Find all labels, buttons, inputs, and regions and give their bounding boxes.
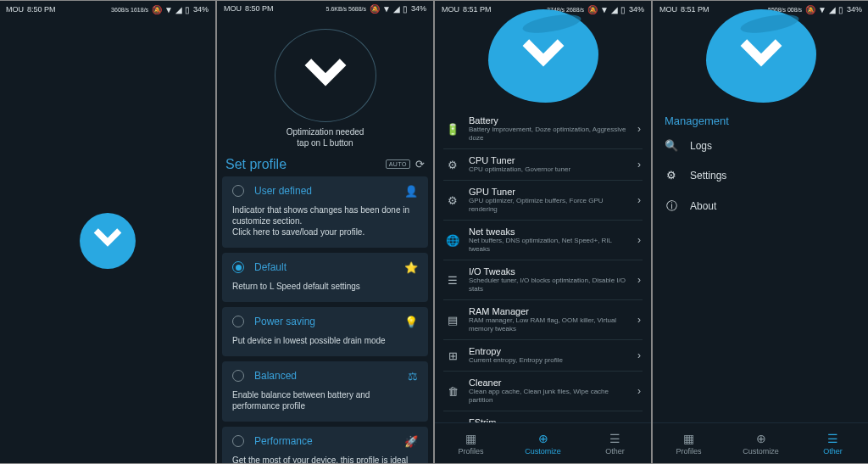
row-gpu-tuner[interactable]: ⚙ GPU Tuner GPU optimizer, Optimize buff… [443,181,643,221]
status-icons: 🔕▼◢▯ [152,5,190,14]
row-cleaner[interactable]: 🗑 Cleaner Clean app cache, Clean junk fi… [443,372,643,411]
refresh-icon[interactable]: ⟳ [415,158,425,171]
mgmt-about[interactable]: ⓘ About [661,190,860,222]
profile-desc: Put device in lowest possible drain mode [232,335,418,346]
management-title: Management [653,109,868,131]
row-subtitle: RAM manager, Low RAM flag, OOM killer, V… [469,316,629,333]
row-title: CPU Tuner [469,155,629,165]
section-title: Set profile [225,157,287,172]
mgmt-settings[interactable]: ⚙ Settings [661,160,860,190]
row-icon: ☰ [445,274,460,287]
battery-pct: 34% [193,5,209,14]
radio-icon[interactable] [232,370,244,382]
customize-list: 🔋 Battery Battery improvement, Doze opti… [435,109,651,422]
nav-other[interactable]: ☰Other [797,423,868,463]
profiles-icon: ▦ [683,432,694,445]
profile-type-icon: 💡 [404,316,418,328]
profile-card-performance[interactable]: Performance 🚀 Get the most of your devic… [222,427,428,463]
row-icon: ⚙ [445,159,460,171]
screen-splash: MOU 8:50 PM 3608/s 1618/s 🔕▼◢▯ 34% [0,1,215,463]
mgmt-logs[interactable]: 🔍 Logs [661,131,860,160]
row-title: Net tweaks [469,226,629,237]
mgmt-label: Settings [690,170,726,182]
mgmt-icon: ⚙ [665,169,678,182]
row-icon: 🌐 [445,234,460,247]
app-logo-blob [706,9,816,103]
app-logo-blob [488,9,598,103]
row-subtitle: Current entropy, Entropy profile [469,356,629,365]
chevron-right-icon: › [637,385,641,397]
bottom-nav: ▦Profiles ⊕Customize ☰Other [435,422,651,463]
chevron-right-icon: › [637,123,641,135]
status-day: MOU [6,5,24,14]
row-subtitle: Clean app cache, Clean junk files, Wipe … [469,388,629,405]
row-fstrim[interactable]: ⟐ FStrim Fstrim now, Fstrim scheduler › [443,411,643,422]
profile-card-power-saving[interactable]: Power saving 💡 Put device in lowest poss… [222,307,428,356]
profile-desc: Enable balance between battery and perfo… [232,389,418,411]
status-bar: MOU 8:50 PM 3608/s 1618/s 🔕▼◢▯ 34% [0,1,215,18]
row-subtitle: Scheduler tuner, I/O blocks optimization… [469,277,629,293]
radio-icon[interactable] [232,316,244,327]
row-net-tweaks[interactable]: 🌐 Net tweaks Net buffers, DNS optimizati… [443,221,643,260]
row-i/o-tweaks[interactable]: ☰ I/O Tweaks Scheduler tuner, I/O blocks… [443,260,643,300]
row-icon: 🔋 [445,123,460,136]
auto-badge[interactable]: AUTO [386,159,410,169]
profile-name: Default [254,261,287,273]
profile-desc: Return to L Speed default settings [232,281,418,292]
profile-name: User defined [254,185,312,197]
status-time: 8:50 PM [27,5,56,14]
status-bar: MOU 8:50 PM 5.6KB/s 5688/s 🔕▼◢▯ 34% [217,1,433,16]
chevron-right-icon: › [637,314,641,326]
row-title: Cleaner [469,377,629,388]
chevron-right-icon: › [637,194,641,206]
row-title: Battery [469,115,629,126]
row-subtitle: Battery improvement, Doze optimization, … [469,126,629,143]
row-title: I/O Tweaks [469,266,629,277]
profile-name: Balanced [254,370,297,382]
screen-other: MOU 8:51 PM 5508/s 008/s 🔕▼◢▯ 34% Manage… [653,1,868,463]
profile-card-default[interactable]: Default ⭐ Return to L Speed default sett… [222,253,428,302]
nav-profiles[interactable]: ▦Profiles [435,423,507,463]
row-title: Entropy [469,346,629,356]
row-ram-manager[interactable]: ▤ RAM Manager RAM manager, Low RAM flag,… [443,300,643,340]
profile-type-icon: ⚖ [408,370,418,383]
profile-card-user-defined[interactable]: User defined 👤 Indicator that shows chan… [222,176,428,248]
mgmt-label: About [690,200,716,212]
row-subtitle: Net buffers, DNS optimization, Net Speed… [469,237,629,254]
profile-type-icon: 👤 [404,185,418,198]
hero-text: Optimization needed tap on L button [217,126,433,148]
screen-customize: MOU 8:51 PM 2748/s 2688/s 🔕▼◢▯ 34% 🔋 Bat… [435,1,651,463]
nav-customize[interactable]: ⊕Customize [725,423,797,463]
app-logo [80,213,136,269]
customize-icon: ⊕ [538,432,548,445]
mgmt-icon: 🔍 [665,139,678,152]
mgmt-label: Logs [690,140,712,152]
nav-other[interactable]: ☰Other [579,423,651,463]
profile-card-balanced[interactable]: Balanced ⚖ Enable balance between batter… [222,361,428,422]
bottom-nav: ▦Profiles ⊕Customize ☰Other [653,422,868,463]
profile-name: Performance [254,435,313,447]
optimization-button[interactable] [275,29,376,121]
profile-type-icon: 🚀 [404,435,418,448]
radio-icon[interactable] [232,435,244,447]
chevron-right-icon: › [637,274,641,286]
profile-name: Power saving [254,316,315,327]
row-cpu-tuner[interactable]: ⚙ CPU Tuner CPU optimization, Governor t… [443,149,643,181]
nav-customize[interactable]: ⊕Customize [507,423,579,463]
radio-icon[interactable] [232,185,244,197]
nav-profiles[interactable]: ▦Profiles [653,423,725,463]
row-subtitle: CPU optimization, Governor tuner [469,165,629,174]
row-entropy[interactable]: ⊞ Entropy Current entropy, Entropy profi… [443,340,643,372]
row-battery[interactable]: 🔋 Battery Battery improvement, Doze opti… [443,109,643,149]
chevron-right-icon: › [637,234,641,246]
chevron-right-icon: › [637,349,641,361]
profile-desc: Indicator that shows changes has been do… [232,204,418,238]
net-speed: 3608/s 1618/s [111,7,148,13]
radio-icon[interactable] [232,261,244,273]
row-icon: ⊞ [445,349,460,362]
row-title: RAM Manager [469,306,629,316]
profile-type-icon: ⭐ [404,261,418,274]
screen-profiles: MOU 8:50 PM 5.6KB/s 5688/s 🔕▼◢▯ 34% Opti… [217,1,433,463]
profile-list: User defined 👤 Indicator that shows chan… [217,176,433,463]
other-icon: ☰ [827,432,838,445]
